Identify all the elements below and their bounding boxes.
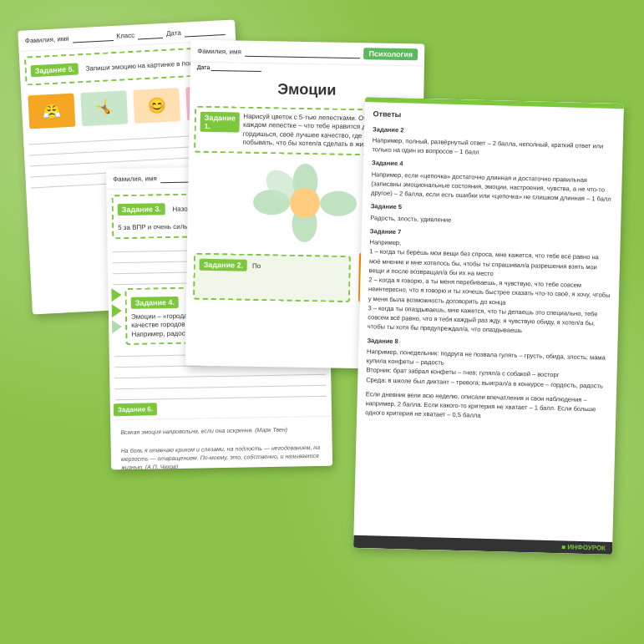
flower-svg xyxy=(246,160,364,245)
infourok-text4: ИНФОУРОК xyxy=(567,544,606,552)
name-field-line xyxy=(72,31,113,43)
task3-number: Задание 3. xyxy=(118,203,166,216)
task1-number: Задание 1. xyxy=(200,112,241,133)
task2-partial-number: Задание 2. xyxy=(200,258,248,271)
name-field3 xyxy=(245,47,361,58)
image3: 😊 xyxy=(133,88,180,124)
person-icon3: 😊 xyxy=(133,88,180,124)
date-label: Дата xyxy=(166,28,181,37)
answer-section-4: Задание 4 Например, если «цепочка» доста… xyxy=(371,159,614,205)
arrows-column xyxy=(111,288,122,333)
p2-line8 xyxy=(114,378,326,389)
answer-section-7: Задание 7 Например, 1 – когда ты берёшь … xyxy=(368,226,612,337)
task2-partial: Задание 2. По xyxy=(193,252,351,302)
task6-row: Задание 6. xyxy=(114,400,328,416)
image1: 😤 xyxy=(28,94,75,129)
arrow3 xyxy=(112,320,122,333)
date-label3: Дата xyxy=(197,64,210,70)
class-label: Класс xyxy=(116,31,134,39)
task5-number: Задание 5. xyxy=(30,63,79,77)
task6-number: Задание 6. xyxy=(114,403,157,416)
section7-content: Например, 1 – когда ты берёшь мои вещи б… xyxy=(368,237,612,337)
answers-content: Ответы Задание 2 Например, полный, развё… xyxy=(354,102,624,535)
name-label: Фамилия, имя xyxy=(25,34,69,44)
person-icon2: 🤸 xyxy=(80,90,128,126)
class-field-line xyxy=(138,28,164,40)
name-label2: Фамилия, имя xyxy=(113,175,157,183)
answer-section-2: Задание 2 Например, полный, развёрнутый … xyxy=(372,124,615,160)
p2-line9 xyxy=(115,388,327,400)
task4-number: Задание 4. xyxy=(131,297,180,309)
arrow1 xyxy=(111,288,121,302)
quotes-section: Всякая эмоция напровольна, если она искр… xyxy=(110,416,332,469)
date-field-line xyxy=(184,25,225,38)
person-icon1: 😤 xyxy=(28,94,75,129)
mark-twain-quote: Всякая эмоция напровольна, если она искр… xyxy=(115,422,327,440)
image2: 🤸 xyxy=(80,90,128,126)
flower-area xyxy=(246,160,364,245)
chekhov-quote: На боль я отвечаю криком и слезами, на п… xyxy=(116,440,328,470)
psychology-label: Психология xyxy=(363,48,418,60)
p2-line7 xyxy=(114,367,326,378)
answers-page: Ответы Задание 2 Например, полный, развё… xyxy=(353,97,624,555)
name-label3: Фамилия, имя xyxy=(197,47,241,55)
section8-content: Например, понедельник: подруга не позвал… xyxy=(366,347,609,391)
task2-partial-text: По xyxy=(252,261,261,269)
section2-content: Например, полный, развёрнутый ответ – 2 … xyxy=(372,135,614,160)
date-field3 xyxy=(211,64,261,72)
answer-final: Если дневник вели всю неделю, описали вп… xyxy=(365,389,608,423)
infourok-icon4: ■ xyxy=(561,543,565,550)
svg-point-3 xyxy=(320,190,357,216)
final-content: Если дневник вели всю неделю, описали вп… xyxy=(365,389,608,423)
answer-section-5: Задание 5 Радость, злость, удивление xyxy=(370,202,613,229)
answers-title: Ответы xyxy=(373,109,615,126)
answer-section-8: Задание 8 Например, понедельник: подруга… xyxy=(366,336,609,391)
section4-content: Например, если «цепочка» достаточно длин… xyxy=(371,170,614,204)
infourok-logo4: ■ ИНФОУРОК xyxy=(353,535,612,555)
arrow2 xyxy=(112,304,122,317)
